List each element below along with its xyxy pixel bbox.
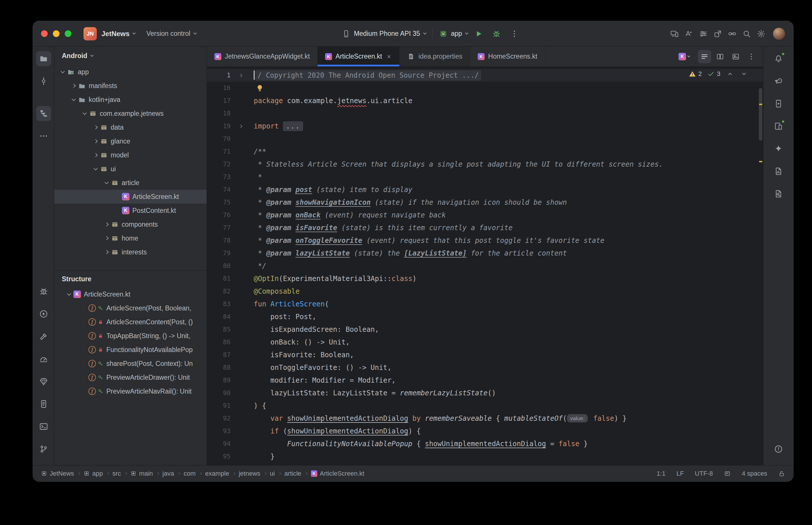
caret-position-widget[interactable]: 1:1	[656, 470, 665, 477]
chevron-right-icon[interactable]	[91, 126, 100, 129]
breadcrumb-articlescreen-kt[interactable]: KArticleScreen.kt	[311, 470, 364, 477]
project-tool-button[interactable]	[36, 51, 51, 66]
code-line-72[interactable]: 72 * Stateless Article Screen that displ…	[207, 158, 763, 171]
close-tab-icon[interactable]	[386, 54, 392, 59]
code-line-71[interactable]: 71/**	[207, 145, 763, 158]
code-line-91[interactable]: 91) {	[207, 400, 763, 412]
problems-tool-button[interactable]	[771, 441, 786, 456]
more-horizontal-tool-button[interactable]	[36, 129, 51, 144]
fold-marker-icon[interactable]	[232, 120, 249, 133]
gemini-tool-button[interactable]	[771, 141, 786, 156]
profile-avatar[interactable]	[773, 28, 785, 40]
project-tree-item-article[interactable]: article	[54, 176, 207, 190]
profiler-tool-button[interactable]	[36, 351, 51, 366]
project-tree-item-components[interactable]: components	[54, 217, 207, 231]
ai-assistant-button[interactable]	[682, 27, 696, 41]
project-tree-item-model[interactable]: model	[54, 148, 207, 162]
structure-item-sharepost-post-context-un[interactable]: fsharePost(Post, Context): Un	[54, 357, 207, 371]
run-configuration-selector[interactable]: app	[439, 29, 468, 38]
passed-indicator[interactable]: 3	[707, 70, 720, 78]
structure-item-previewarticlenavrail-unit[interactable]: fPreviewArticleNavRail(): Unit	[54, 384, 207, 398]
code-editor[interactable]: 1/ Copyright 2020 The Android Open Sourc…	[207, 67, 763, 465]
previous-problem-button[interactable]	[726, 70, 734, 78]
breadcrumb-example[interactable]: example	[205, 470, 229, 477]
run-button[interactable]	[471, 27, 486, 41]
debug-button[interactable]	[489, 27, 504, 41]
code-line-92[interactable]: 92 var showUnimplementedActionDialog by …	[207, 412, 763, 425]
indent-widget[interactable]: 4 spaces	[742, 470, 767, 477]
app-quality-insights-tool-button[interactable]	[771, 164, 786, 179]
app-insights-tool-button[interactable]	[36, 374, 51, 389]
chevron-right-icon[interactable]	[91, 154, 100, 156]
minimize-window-button[interactable]	[53, 30, 60, 37]
split-view-button[interactable]	[713, 50, 727, 63]
editor-tab-homescreens-kt[interactable]: KHomeScreens.kt	[470, 46, 545, 66]
project-tree-item-manifests[interactable]: manifests	[54, 79, 207, 93]
chevron-down-icon[interactable]	[69, 99, 78, 101]
code-line-89[interactable]: 89 modifier: Modifier = Modifier,	[207, 374, 763, 387]
code-line-80[interactable]: 80 */	[207, 260, 763, 272]
editor-scrollbar[interactable]	[758, 67, 763, 465]
breadcrumb-article[interactable]: article	[284, 470, 301, 477]
terminal-tool-button[interactable]	[36, 419, 51, 434]
chevron-right-icon[interactable]	[102, 223, 111, 226]
code-line-1[interactable]: 1/ Copyright 2020 The Android Open Sourc…	[207, 69, 763, 82]
code-line-75[interactable]: 75 * @param showNavigationIcon (state) i…	[207, 196, 763, 209]
intention-bulb-icon[interactable]	[255, 82, 264, 94]
search-button[interactable]	[739, 27, 754, 41]
breadcrumb-src[interactable]: src	[113, 470, 121, 477]
code-line-77[interactable]: 77 * @param isFavorite (state) is this i…	[207, 222, 763, 234]
code-line-74[interactable]: 74 * @param post (state) item to display	[207, 183, 763, 196]
code-view-button[interactable]	[698, 50, 711, 63]
chevron-right-icon[interactable]	[102, 251, 111, 254]
breadcrumb-app[interactable]: app	[84, 470, 103, 477]
breadcrumb-jetnews[interactable]: jetnews	[239, 470, 260, 477]
lock-open-icon[interactable]	[778, 470, 785, 477]
settings-button[interactable]	[754, 27, 768, 41]
chevron-down-icon[interactable]	[58, 71, 67, 73]
version-control-tool-button[interactable]	[36, 441, 51, 456]
hidden-tabs-button[interactable]: K	[676, 53, 693, 60]
project-tree-item-kotlin-java[interactable]: kotlin+java	[54, 93, 207, 107]
project-widget[interactable]: JN JetNews	[84, 27, 135, 41]
editor-tab-articlescreen-kt[interactable]: KArticleScreen.kt	[318, 46, 400, 66]
breadcrumb-com[interactable]: com	[183, 470, 196, 477]
code-line-82[interactable]: 82@Composable	[207, 285, 763, 298]
display-filters-button[interactable]	[696, 27, 711, 41]
code-with-me-button[interactable]	[725, 27, 739, 41]
chevron-down-icon[interactable]	[80, 113, 89, 114]
code-line-87[interactable]: 87 isFavorite: Boolean,	[207, 348, 763, 361]
code-line-70[interactable]: 70	[207, 133, 763, 145]
more-run-actions-button[interactable]	[507, 27, 521, 41]
code-line-81[interactable]: 81@OptIn(ExperimentalMaterial3Api::class…	[207, 272, 763, 285]
breadcrumb-jetnews[interactable]: JetNews	[41, 470, 74, 477]
code-line-83[interactable]: 83fun ArticleScreen(	[207, 298, 763, 311]
chevron-down-icon[interactable]	[65, 294, 73, 295]
line-separator-widget[interactable]: LF	[677, 470, 684, 477]
resource-manager-tool-button[interactable]	[771, 186, 786, 201]
code-line-73[interactable]: 73 *	[207, 171, 763, 183]
device-mirroring-button[interactable]	[667, 27, 682, 41]
warnings-indicator[interactable]: 2	[689, 70, 702, 78]
bug-tool-button[interactable]	[36, 284, 51, 299]
editor-options-button[interactable]	[745, 50, 758, 63]
project-view-selector[interactable]: Android	[54, 46, 207, 65]
run-tool-tool-button[interactable]	[36, 306, 51, 321]
next-problem-button[interactable]	[739, 70, 748, 78]
close-window-button[interactable]	[41, 30, 48, 37]
chevron-right-icon[interactable]	[102, 237, 111, 240]
structure-tool-button[interactable]	[36, 106, 51, 121]
project-tree-item-postcontent-kt[interactable]: KPostContent.kt	[54, 204, 207, 217]
code-line-17[interactable]: 17package com.example.jetnews.ui.article	[207, 94, 763, 107]
project-tree-item-com-example-jetnews[interactable]: com.example.jetnews	[54, 107, 207, 120]
device-manager-tool-button[interactable]	[771, 119, 786, 134]
chevron-down-icon[interactable]	[102, 182, 111, 184]
notifications-tool-button[interactable]	[771, 51, 786, 66]
project-tree-item-data[interactable]: data	[54, 120, 207, 134]
code-line-79[interactable]: 79 * @param lazyListState (state) the [L…	[207, 247, 763, 260]
structure-item-articlescreencontent-post[interactable]: fArticleScreenContent(Post, ()	[54, 315, 207, 329]
chevron-right-icon[interactable]	[69, 84, 78, 87]
running-devices-tool-button[interactable]	[771, 96, 786, 111]
code-line-95[interactable]: 95 }	[207, 450, 763, 463]
plugins-button[interactable]	[711, 27, 725, 41]
